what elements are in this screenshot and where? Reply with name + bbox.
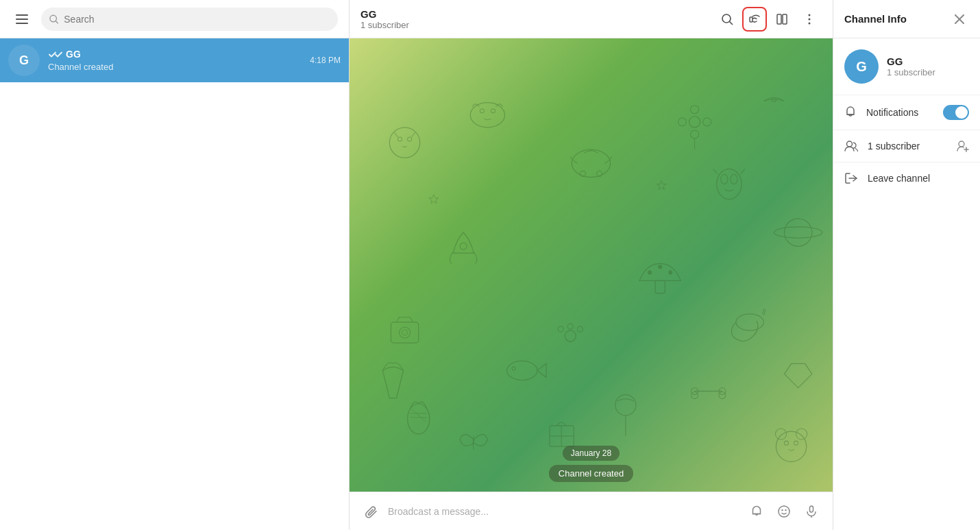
- chat-input-bar: [350, 492, 833, 530]
- notification-icon[interactable]: [746, 501, 767, 522]
- svg-point-24: [691, 130, 699, 138]
- svg-point-67: [781, 509, 783, 510]
- svg-point-66: [779, 506, 789, 517]
- microphone-icon[interactable]: [801, 501, 822, 522]
- svg-point-31: [648, 270, 652, 274]
- channel-details: GG 1 subscriber: [887, 56, 935, 77]
- svg-point-22: [689, 117, 700, 128]
- notifications-toggle[interactable]: [943, 105, 969, 120]
- svg-point-10: [809, 14, 811, 16]
- channel-profile: G GG 1 subscriber: [833, 38, 980, 95]
- svg-point-40: [558, 326, 563, 332]
- svg-rect-9: [783, 14, 787, 24]
- svg-point-61: [775, 429, 786, 439]
- avatar: G: [8, 45, 40, 76]
- svg-point-39: [565, 330, 576, 341]
- message-input[interactable]: [388, 506, 739, 517]
- svg-point-75: [959, 141, 964, 147]
- emoji-icon[interactable]: [774, 501, 794, 522]
- leave-channel-row[interactable]: Leave channel: [833, 162, 980, 194]
- panel-title: Channel Info: [844, 13, 950, 25]
- svg-rect-2: [16, 23, 28, 24]
- svg-point-68: [785, 509, 786, 510]
- chat-subtitle: 1 subscriber: [360, 20, 715, 30]
- svg-point-54: [691, 392, 698, 399]
- leave-label: Leave channel: [868, 173, 930, 184]
- svg-rect-8: [777, 14, 781, 24]
- panel-header: Channel Info: [833, 0, 980, 38]
- chat-info: GG Channel created: [48, 49, 310, 72]
- svg-point-23: [691, 106, 699, 114]
- hamburger-button[interactable]: [11, 8, 33, 30]
- channel-info-panel: Channel Info G GG 1 subscriber: [833, 0, 980, 530]
- notifications-row[interactable]: Notifications: [833, 95, 980, 130]
- chat-title-section: GG 1 subscriber: [360, 8, 715, 30]
- svg-point-14: [398, 137, 402, 141]
- svg-point-29: [460, 243, 467, 250]
- channel-subscriber-count: 1 subscriber: [887, 67, 935, 77]
- svg-point-49: [615, 395, 636, 415]
- svg-point-45: [402, 330, 408, 335]
- svg-point-17: [480, 109, 484, 113]
- svg-point-47: [721, 174, 728, 184]
- svg-point-13: [389, 128, 419, 158]
- app-layout: G GG Channel created 4:18 PM: [0, 0, 980, 530]
- chat-time: 4:18 PM: [310, 56, 341, 65]
- svg-line-6: [730, 22, 733, 25]
- search-box[interactable]: [41, 8, 338, 31]
- svg-point-74: [847, 141, 853, 147]
- subscribers-label: 1 subscriber: [868, 141, 947, 152]
- subscribers-row[interactable]: 1 subscriber: [833, 130, 980, 162]
- more-button[interactable]: [797, 7, 822, 32]
- svg-point-44: [400, 327, 411, 338]
- channel-name: GG: [887, 56, 935, 67]
- channel-avatar: G: [844, 49, 879, 84]
- svg-line-4: [56, 21, 58, 23]
- svg-point-18: [491, 109, 495, 113]
- svg-point-16: [470, 103, 504, 128]
- svg-point-46: [717, 169, 742, 199]
- svg-point-26: [703, 118, 711, 126]
- svg-point-33: [668, 270, 672, 274]
- toggle-switch[interactable]: [943, 105, 969, 120]
- svg-rect-0: [16, 14, 28, 16]
- svg-point-41: [567, 324, 573, 329]
- chat-title: GG: [360, 8, 715, 20]
- subscribers-icon: [844, 141, 858, 152]
- svg-point-55: [719, 392, 726, 399]
- chat-main: GG 1 subscriber: [350, 0, 833, 530]
- svg-point-62: [796, 429, 807, 439]
- svg-point-42: [577, 326, 583, 332]
- svg-rect-43: [391, 322, 418, 343]
- attachment-icon[interactable]: [360, 501, 381, 522]
- sidebar-header: [0, 0, 349, 38]
- chat-messages: January 28 Channel created: [350, 439, 833, 489]
- svg-point-25: [678, 118, 686, 126]
- svg-point-38: [774, 227, 822, 238]
- svg-point-35: [507, 361, 537, 380]
- chat-preview: Channel created: [48, 62, 310, 72]
- chat-topbar: GG 1 subscriber: [350, 0, 833, 38]
- add-subscriber-button[interactable]: [957, 140, 969, 152]
- search-input[interactable]: [64, 14, 330, 25]
- svg-point-19: [572, 149, 610, 177]
- chat-item-gg[interactable]: G GG Channel created 4:18 PM: [0, 38, 349, 82]
- svg-rect-30: [655, 280, 665, 293]
- broadcast-button[interactable]: [742, 7, 767, 32]
- chat-name: GG: [48, 49, 310, 60]
- system-message: Channel created: [549, 465, 633, 482]
- sidebar: G GG Channel created 4:18 PM: [0, 0, 350, 530]
- svg-point-48: [731, 174, 737, 184]
- chat-meta: 4:18 PM: [310, 56, 341, 65]
- svg-rect-69: [810, 506, 813, 512]
- chat-background: January 28 Channel created: [350, 38, 833, 530]
- svg-point-15: [408, 137, 412, 141]
- svg-point-34: [736, 314, 763, 330]
- panel-close-button[interactable]: [950, 10, 969, 29]
- topbar-actions: [715, 7, 822, 32]
- columns-button[interactable]: [770, 7, 794, 32]
- svg-point-11: [809, 18, 811, 20]
- svg-point-37: [785, 219, 812, 246]
- svg-point-5: [722, 14, 731, 23]
- search-button[interactable]: [715, 7, 739, 32]
